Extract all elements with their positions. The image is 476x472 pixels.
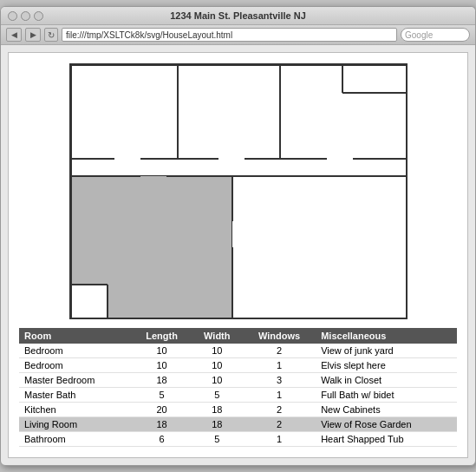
cell-misc: Heart Shapped Tub (316, 432, 457, 447)
table-row: Master Bath551Full Bath w/ bidet (19, 388, 457, 403)
cell-width: 18 (192, 417, 243, 432)
svg-rect-13 (71, 285, 108, 319)
cell-length: 5 (133, 388, 192, 403)
search-placeholder: Google (405, 30, 433, 40)
cell-width: 10 (192, 358, 243, 373)
data-table: Room Length Width Windows Miscellaneous … (19, 328, 457, 447)
cell-length: 6 (133, 432, 192, 447)
table-row: Bathroom651Heart Shapped Tub (19, 432, 457, 447)
table-row: Living Room18182View of Rose Garden (19, 417, 457, 432)
window-controls (8, 11, 43, 21)
cell-room: Kitchen (19, 403, 133, 417)
browser-window: 1234 Main St. Pleasantville NJ ◀ ▶ ↻ fil… (0, 6, 476, 466)
svg-rect-18 (232, 221, 236, 247)
content-area: Room Length Width Windows Miscellaneous … (8, 52, 468, 458)
table-row: Bedroom10102View of junk yard (19, 344, 457, 358)
cell-width: 5 (192, 432, 243, 447)
svg-rect-0 (71, 65, 179, 161)
svg-rect-16 (232, 176, 408, 319)
svg-rect-11 (327, 157, 353, 161)
cell-room: Bedroom (19, 344, 133, 358)
cell-windows: 1 (243, 432, 316, 447)
cell-length: 20 (133, 403, 192, 417)
cell-width: 10 (192, 344, 243, 358)
cell-width: 18 (192, 403, 243, 417)
table-row: Bedroom10101Elvis slept here (19, 358, 457, 373)
cell-misc: View of junk yard (316, 344, 457, 358)
cell-misc: Walk in Closet (316, 373, 457, 388)
svg-rect-10 (218, 157, 245, 161)
col-header-windows: Windows (243, 328, 316, 344)
cell-room: Bathroom (19, 432, 133, 447)
table-row: Master Bedroom18103Walk in Closet (19, 373, 457, 388)
col-header-room: Room (19, 328, 133, 344)
svg-rect-17 (140, 176, 166, 180)
cell-windows: 3 (243, 373, 316, 388)
maximize-button[interactable] (34, 11, 43, 21)
cell-width: 10 (192, 373, 243, 388)
svg-rect-1 (178, 65, 282, 161)
cell-room: Living Room (19, 417, 133, 432)
cell-length: 10 (133, 358, 192, 373)
page-title: 1234 Main St. Pleasantville NJ (170, 10, 306, 21)
cell-width: 5 (192, 388, 243, 403)
cell-room: Bedroom (19, 358, 133, 373)
cell-windows: 2 (243, 417, 316, 432)
cell-misc: View of Rose Garden (316, 417, 457, 432)
cell-length: 10 (133, 344, 192, 358)
search-bar[interactable]: Google (401, 28, 470, 42)
col-header-width: Width (192, 328, 243, 344)
cell-misc: New Cabinets (316, 403, 457, 417)
forward-button[interactable]: ▶ (25, 28, 41, 42)
col-header-length: Length (133, 328, 192, 344)
title-bar: 1234 Main St. Pleasantville NJ (1, 7, 475, 25)
table-row: Kitchen20182New Cabinets (19, 403, 457, 417)
cell-room: Master Bath (19, 388, 133, 403)
floor-plan (69, 63, 408, 319)
cell-room: Master Bedroom (19, 373, 133, 388)
close-button[interactable] (8, 11, 17, 21)
svg-rect-9 (114, 157, 140, 161)
cell-length: 18 (133, 417, 192, 432)
col-header-misc: Miscellaneous (316, 328, 457, 344)
cell-length: 18 (133, 373, 192, 388)
svg-rect-6 (71, 159, 408, 178)
back-button[interactable]: ◀ (6, 28, 22, 42)
cell-windows: 1 (243, 358, 316, 373)
cell-misc: Elvis slept here (316, 358, 457, 373)
table-header-row: Room Length Width Windows Miscellaneous (19, 328, 457, 344)
cell-windows: 2 (243, 403, 316, 417)
svg-rect-3 (342, 65, 408, 93)
cell-misc: Full Bath w/ bidet (316, 388, 457, 403)
url-text: file:///tmp/XSLTCk8k/svg/HouseLayout.htm… (66, 30, 232, 40)
cell-windows: 1 (243, 388, 316, 403)
cell-windows: 2 (243, 344, 316, 358)
address-bar[interactable]: file:///tmp/XSLTCk8k/svg/HouseLayout.htm… (62, 28, 397, 42)
toolbar: ◀ ▶ ↻ file:///tmp/XSLTCk8k/svg/HouseLayo… (1, 25, 475, 45)
refresh-button[interactable]: ↻ (44, 28, 58, 42)
minimize-button[interactable] (21, 11, 30, 21)
